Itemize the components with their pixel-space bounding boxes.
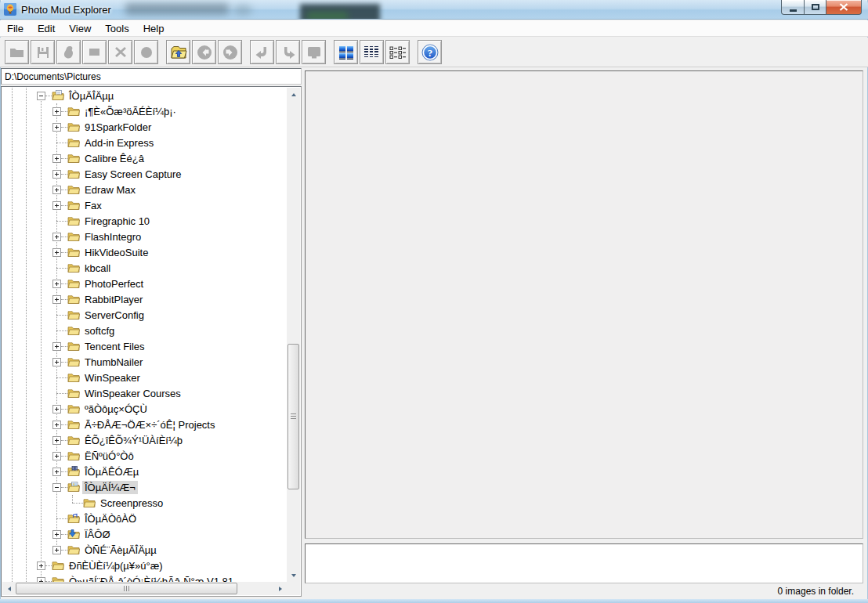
tree-item-label[interactable]: WinSpeaker Courses <box>82 387 183 400</box>
tree-item-label[interactable]: ÎÒµÄÒôÀÖ <box>82 512 139 525</box>
expand-plus-icon[interactable] <box>52 154 61 163</box>
folder-up-button[interactable] <box>166 40 190 64</box>
tree-item[interactable]: ThumbNailer <box>2 354 287 370</box>
menu-item-edit[interactable]: Edit <box>31 20 62 36</box>
tree-item-label[interactable]: Fax <box>82 199 104 212</box>
tree-item[interactable]: Easy Screen Capture <box>2 166 287 182</box>
tree-item[interactable]: RabbitPlayer <box>2 291 287 307</box>
tree-item[interactable]: PhotoPerfect <box>2 276 287 291</box>
view-thumbnails-button[interactable] <box>334 40 358 64</box>
tree-item-label[interactable]: ¡¶È«Õæ³öÃÉÈí¼þ¡· <box>82 105 179 118</box>
expand-plus-icon[interactable] <box>37 577 45 583</box>
tree-item[interactable]: ÊÕ¿îÊÕ¾Ý¹ÜÀíÈí¼þ <box>2 432 287 448</box>
tree-item[interactable]: WinSpeaker Courses <box>2 385 287 401</box>
tree-item-label[interactable]: Firegraphic 10 <box>82 215 152 228</box>
tree-item[interactable]: Firegraphic 10 <box>2 213 287 229</box>
tree-item[interactable]: kbcall <box>2 260 287 276</box>
collapse-minus-icon[interactable] <box>52 483 61 492</box>
scroll-right-button[interactable] <box>273 582 287 595</box>
tree-item-label[interactable]: PhotoPerfect <box>82 277 146 291</box>
tree-item[interactable]: ÐñÈÙÈí¼þ(µ¥»ú°æ) <box>2 558 287 573</box>
expand-plus-icon[interactable] <box>52 233 61 241</box>
tree-item[interactable]: Ã÷ÐÅÆ¬ÖÆ×÷´óÊ¦ Projects <box>2 417 287 432</box>
tree-item-label[interactable]: Ò»µãÍ¨ÐÅ·â´òÓ¡Èí¼þÃâ·Ñ°æ V1.81 <box>67 575 236 583</box>
tree-item[interactable]: ºãÒôµç×ÓÇÙ <box>2 401 287 417</box>
tree-item-label[interactable]: RabbitPlayer <box>82 293 145 306</box>
tree-item-label[interactable]: ºãÒôµç×ÓÇÙ <box>82 403 150 416</box>
tree-item-label[interactable]: WinSpeaker <box>82 371 143 385</box>
tree-item-label[interactable]: softcfg <box>82 324 117 338</box>
tree-item[interactable]: Screenpresso <box>2 495 287 511</box>
expand-plus-icon[interactable] <box>52 358 61 366</box>
tree-item[interactable]: Fax <box>2 197 287 213</box>
tree-item[interactable]: FlashIntegro <box>2 229 287 244</box>
expand-plus-icon[interactable] <box>52 280 61 288</box>
tree-item-label[interactable]: HikVideoSuite <box>82 246 150 259</box>
expand-plus-icon[interactable] <box>52 530 61 539</box>
tree-item[interactable]: Ò»µãÍ¨ÐÅ·â´òÓ¡Èí¼þÃâ·Ñ°æ V1.81 <box>2 573 287 582</box>
close-button[interactable] <box>826 0 862 15</box>
tree-item-label[interactable]: Ã÷ÐÅÆ¬ÖÆ×÷´óÊ¦ Projects <box>82 418 217 431</box>
tree-item[interactable]: ÎÒµÄÊÓÆµ <box>2 464 287 479</box>
expand-plus-icon[interactable] <box>52 468 61 476</box>
expand-plus-icon[interactable] <box>52 295 61 304</box>
menu-item-help[interactable]: Help <box>136 20 172 36</box>
horizontal-scrollbar[interactable] <box>2 582 287 595</box>
tree-item-label[interactable]: ThumbNailer <box>82 356 145 369</box>
tree-item-label[interactable]: kbcall <box>82 262 113 275</box>
expand-plus-icon[interactable] <box>52 248 61 257</box>
tree-item-label[interactable]: Edraw Max <box>82 183 138 197</box>
tree-item-label[interactable]: 91SparkFolder <box>82 121 154 134</box>
tree-item-label[interactable]: FlashIntegro <box>82 230 143 244</box>
expand-plus-icon[interactable] <box>37 561 45 570</box>
tree-item-label[interactable]: ÐñÈÙÈí¼þ(µ¥»ú°æ) <box>67 559 165 572</box>
tree-item[interactable]: ÏÂÔØ <box>2 526 287 542</box>
collapse-minus-icon[interactable] <box>37 92 45 100</box>
menu-item-file[interactable]: File <box>0 20 31 36</box>
tree-item[interactable]: HikVideoSuite <box>2 244 287 260</box>
scroll-left-button[interactable] <box>2 582 16 595</box>
expand-plus-icon[interactable] <box>52 201 61 210</box>
menu-item-view[interactable]: View <box>62 20 98 36</box>
tree-item[interactable]: Add-in Express <box>2 135 287 150</box>
expand-plus-icon[interactable] <box>52 170 61 179</box>
tree-item[interactable]: softcfg <box>2 323 287 338</box>
tree-item[interactable]: Calibre Êé¿â <box>2 150 287 166</box>
tree-item-label[interactable]: Tencent Files <box>82 340 147 353</box>
tree-item[interactable]: ÎÒµÄÒôÀÖ <box>2 511 287 526</box>
vertical-scrollbar[interactable] <box>287 88 300 582</box>
expand-plus-icon[interactable] <box>52 421 61 429</box>
tree-item[interactable]: ¡¶È«Õæ³öÃÉÈí¼þ¡· <box>2 103 287 119</box>
tree-item[interactable]: WinSpeaker <box>2 370 287 385</box>
expand-plus-icon[interactable] <box>52 436 61 445</box>
help-button[interactable]: ? <box>418 40 442 64</box>
tree-item-label[interactable]: Add-in Express <box>82 136 156 150</box>
scroll-down-button[interactable] <box>287 569 300 582</box>
minimize-button[interactable] <box>781 0 804 15</box>
tree-item[interactable]: ËÑºüÓ°Òô <box>2 448 287 464</box>
tree-item-label[interactable]: Screenpresso <box>98 496 165 510</box>
tree-item-label[interactable]: ÊÕ¿îÊÕ¾Ý¹ÜÀíÈí¼þ <box>82 434 185 447</box>
expand-plus-icon[interactable] <box>52 405 61 413</box>
view-details-button[interactable] <box>360 40 384 64</box>
tree-item-label[interactable]: Calibre Êé¿â <box>82 152 146 165</box>
expand-plus-icon[interactable] <box>52 186 61 194</box>
expand-plus-icon[interactable] <box>52 546 61 554</box>
tree-item-label[interactable]: ÎÒµÄÊÓÆµ <box>82 465 141 478</box>
tree-item[interactable]: Tencent Files <box>2 338 287 354</box>
expand-plus-icon[interactable] <box>52 107 61 116</box>
tree-item[interactable]: ÒÑÉ¨ÃèµÄÎÄµµ <box>2 542 287 558</box>
image-view-area[interactable] <box>305 70 863 539</box>
expand-plus-icon[interactable] <box>52 342 61 351</box>
tree-item-label[interactable]: Easy Screen Capture <box>82 168 184 181</box>
address-input[interactable] <box>1 68 302 85</box>
scroll-up-button[interactable] <box>287 88 300 101</box>
tree-item-label[interactable]: ÎÒµÄÎÄµµ <box>67 89 116 103</box>
tree-item-label[interactable]: ServerConfig <box>82 309 146 322</box>
tree-item-label[interactable]: ÏÂÔØ <box>82 528 113 541</box>
menu-item-tools[interactable]: Tools <box>98 20 136 36</box>
tree-item-label[interactable]: ÎÒµÄÍ¼Æ¬ <box>82 481 138 494</box>
tree-item[interactable]: Edraw Max <box>2 182 287 197</box>
tree-item[interactable]: ÎÒµÄÍ¼Æ¬ <box>2 479 287 495</box>
tree-item[interactable]: ÎÒµÄÎÄµµ <box>2 88 287 103</box>
